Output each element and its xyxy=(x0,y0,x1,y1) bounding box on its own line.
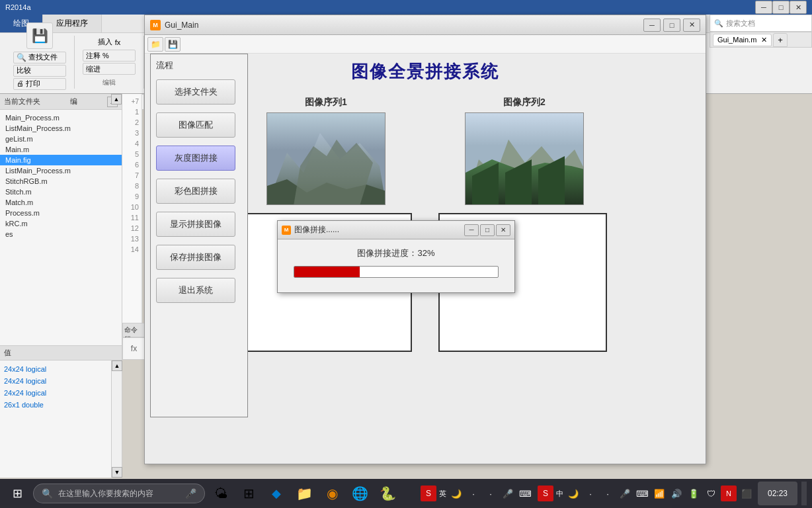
line-11: 11 xyxy=(122,212,142,223)
progress-close-btn[interactable]: ✕ xyxy=(496,224,510,236)
progress-restore-btn[interactable]: □ xyxy=(480,224,495,236)
image-group-1: 图像序列1 xyxy=(266,97,386,205)
progress-titlebar: M 图像拼接...... ─ □ ✕ xyxy=(278,221,514,239)
btn-save-result[interactable]: 保存拼接图像 xyxy=(156,245,235,270)
value-1: 24x24 logical xyxy=(4,375,118,387)
matlab-maximize-btn[interactable]: □ xyxy=(772,1,790,14)
ribbon-section-file: 💾 🔍 查找文件 比较 🖨 打印 文件 xyxy=(5,36,75,89)
scroll-up-btn[interactable]: ▲ xyxy=(111,94,122,105)
mountain-image-1 xyxy=(267,113,386,205)
annotation-btn[interactable]: 注释 % xyxy=(83,50,136,62)
sidebar-header: 当前文件夹 编 ▲ xyxy=(0,94,122,110)
taskbar-vscode-icon[interactable]: ◆ xyxy=(264,482,288,505)
windows-start-btn[interactable]: ⊞ xyxy=(5,482,29,505)
keyboard-icon[interactable]: ⌨ xyxy=(518,486,532,501)
gui-title-icon: M xyxy=(150,20,161,30)
matlab-minimize-btn[interactable]: ─ xyxy=(755,1,772,14)
btn-image-match[interactable]: 图像匹配 xyxy=(156,112,235,138)
moon2-icon: 🌙 xyxy=(566,486,581,501)
antivirus-icon[interactable]: N xyxy=(721,486,737,501)
taskbar-clock: 02:23 xyxy=(758,482,797,505)
btn-color-stitch[interactable]: 彩色图拼接 xyxy=(156,179,235,204)
taskbar: ⊞ 🔍 在这里输入你要搜索的内容 🎤 🌤 ⊞ ◆ 📁 ◉ 🌐 🐍 S 英 🌙 ·… xyxy=(0,479,812,508)
btn-gray-stitch[interactable]: 灰度图拼接 xyxy=(156,146,235,171)
taskbar-apps-icon[interactable]: ⊞ xyxy=(237,482,261,505)
gui-toolbar: 📁 💾 xyxy=(145,35,706,54)
sidebar-header-edit: 编 xyxy=(70,97,77,106)
workspace-panel: 值 24x24 logical 24x24 logical 24x24 logi… xyxy=(0,345,122,478)
btn-exit[interactable]: 退出系统 xyxy=(156,278,235,303)
file-item-7[interactable]: Stitch.m xyxy=(0,187,122,197)
gui-save-btn[interactable]: 💾 xyxy=(165,37,181,52)
print-btn[interactable]: 🖨 打印 xyxy=(13,78,66,90)
file-item-6[interactable]: StitchRGB.m xyxy=(0,176,122,187)
line-6: 6 xyxy=(122,159,142,170)
progress-dialog: M 图像拼接...... ─ □ ✕ 图像拼接进度：32% xyxy=(277,220,515,293)
file-item-3[interactable]: Main.m xyxy=(0,144,122,155)
editor-tab-main[interactable]: Gui_Main.m ✕ xyxy=(713,34,772,46)
gui-main-window: M Gui_Main ─ □ ✕ 📁 💾 流程 选择文件夹 图像匹配 灰度图拼接 xyxy=(144,15,706,464)
line-1: 1 xyxy=(122,106,142,117)
matlab-title: R2014a xyxy=(5,3,31,11)
gui-minimize-btn[interactable]: ─ xyxy=(643,19,661,32)
battery-icon[interactable]: 🔋 xyxy=(686,486,701,501)
taskbar-pycharm-icon[interactable]: 🐍 xyxy=(376,482,399,505)
file-item-10[interactable]: kRC.m xyxy=(0,218,122,229)
flow-panel: 流程 选择文件夹 图像匹配 灰度图拼接 彩色图拼接 显示拼接图像 保存拼接图像 … xyxy=(150,54,248,417)
file-item-1[interactable]: ListMain_Process.m xyxy=(0,123,122,134)
file-item-4[interactable]: Main.fig xyxy=(0,155,122,165)
indent-btn[interactable]: 缩进 xyxy=(83,63,136,75)
taskbar-weather-icon[interactable]: 🌤 xyxy=(209,482,233,505)
compare-btn[interactable]: 比较 xyxy=(13,65,66,77)
taskbar-search-bar[interactable]: 🔍 在这里输入你要搜索的内容 🎤 xyxy=(33,484,205,503)
insert-section-label: 编辑 xyxy=(102,78,116,87)
lang-en-indicator[interactable]: 英 xyxy=(439,489,446,499)
editor-tab-add[interactable]: + xyxy=(773,33,788,47)
editor-tab-close[interactable]: ✕ xyxy=(761,36,767,44)
ws-scroll-up[interactable]: ▲ xyxy=(112,360,122,371)
file-item-9[interactable]: Process.m xyxy=(0,208,122,218)
gui-open-btn[interactable]: 📁 xyxy=(147,37,163,52)
ws-scroll-down[interactable]: ▼ xyxy=(112,467,122,478)
workspace-scrollbar[interactable]: ▲ ▼ xyxy=(111,360,122,478)
ribbon-section-insert: 插入 fx 注释 % 缩进 编辑 xyxy=(75,36,144,89)
mic2-icon[interactable]: 🎤 xyxy=(618,486,632,501)
gui-restore-btn[interactable]: □ xyxy=(663,19,680,32)
network-icon[interactable]: 📶 xyxy=(652,486,667,501)
find-file-btn[interactable]: 🔍 查找文件 xyxy=(13,52,66,64)
lang-s2-icon[interactable]: S xyxy=(538,486,553,501)
mic-icon[interactable]: 🎤 xyxy=(501,486,515,501)
volume-icon[interactable]: 🔊 xyxy=(669,486,684,501)
mountain-image-2 xyxy=(466,113,584,205)
gui-title-text: Gui_Main xyxy=(165,21,643,30)
progress-label: 图像拼接进度：32% xyxy=(357,247,434,259)
dot3-icon: · xyxy=(583,486,598,501)
dot-icon: · xyxy=(466,486,481,501)
matlab-close-btn[interactable]: ✕ xyxy=(790,1,807,14)
file-item-0[interactable]: Main_Process.m xyxy=(0,112,122,123)
taskbar-explorer-icon[interactable]: 📁 xyxy=(292,482,316,505)
btn-show-result[interactable]: 显示拼接图像 xyxy=(156,212,235,237)
cmd-window-header: 命令行 xyxy=(122,323,145,337)
line-14: 14 xyxy=(122,244,142,255)
save-large-btn[interactable]: 💾 xyxy=(26,22,53,49)
keyboard2-icon[interactable]: ⌨ xyxy=(635,486,649,501)
line-3: 3 xyxy=(122,128,142,138)
show-desktop-btn[interactable] xyxy=(801,482,807,505)
taskbar-chrome-icon[interactable]: 🌐 xyxy=(348,482,372,505)
btn-select-folder[interactable]: 选择文件夹 xyxy=(156,79,235,105)
gui-close-btn[interactable]: ✕ xyxy=(683,19,700,32)
lang-s-icon[interactable]: S xyxy=(421,486,436,501)
taskbar-matlab-icon[interactable]: ◉ xyxy=(320,482,344,505)
file-item-5[interactable]: ListMain_Process.m xyxy=(0,165,122,176)
cmd-fx-area: fx xyxy=(122,337,145,360)
progress-minimize-btn[interactable]: ─ xyxy=(464,224,479,236)
file-item-11[interactable]: es xyxy=(0,229,122,239)
search-box[interactable]: 🔍 搜索文档 xyxy=(710,15,812,32)
file-item-8[interactable]: Match.m xyxy=(0,197,122,208)
fx-btn[interactable]: fx xyxy=(115,38,121,46)
file-item-2[interactable]: geList.m xyxy=(0,134,122,144)
system-tray: S 英 🌙 · · 🎤 ⌨ S 中 🌙 · · 🎤 ⌨ 📶 🔊 🔋 🛡 N ⬛ xyxy=(421,486,754,501)
lang-cn-indicator[interactable]: 中 xyxy=(556,489,563,499)
insert-btn[interactable]: 插入 xyxy=(98,37,112,47)
